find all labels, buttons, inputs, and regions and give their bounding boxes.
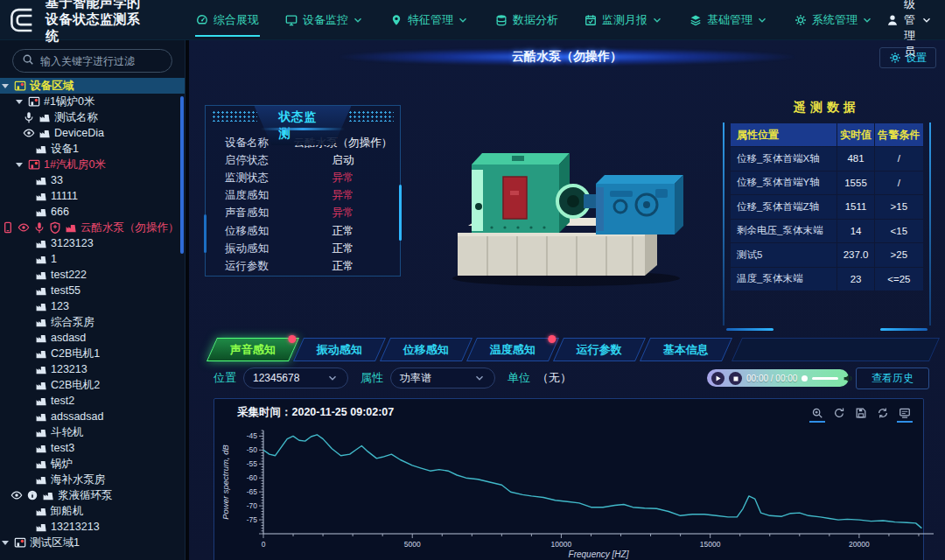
app-title: 基于智能声学的设备状态监测系统 (46, 0, 143, 45)
user-menu[interactable]: 超级管理员 (886, 0, 933, 60)
tree-item[interactable]: 33 (0, 172, 185, 188)
nav-item[interactable]: 基础管理 (676, 0, 781, 39)
tree-item[interactable]: 卸船机 (0, 503, 185, 519)
tree-item-label: 测试名称 (54, 110, 98, 125)
tree-item[interactable]: #1锅炉0米 (0, 94, 185, 109)
tree-item-label: 设备1 (51, 142, 79, 157)
tree-item[interactable]: C2B电机2 (0, 377, 185, 393)
refresh-tool-icon[interactable] (877, 407, 889, 419)
nav-item[interactable]: 设备监控 (272, 0, 377, 39)
tree-item-label: 锅炉 (51, 457, 73, 472)
tree-item[interactable]: 测试区域1 (0, 535, 185, 550)
tab-声音感知[interactable]: 声音感知 (206, 338, 299, 361)
eye-icon (10, 489, 23, 501)
tab-振动感知[interactable]: 振动感知 (293, 338, 386, 361)
tree-item[interactable]: 1 (0, 251, 185, 267)
chart-header: 采集时间：2020-11-25 09:02:07 (214, 399, 923, 420)
expander-icon[interactable] (2, 541, 9, 545)
stop-button[interactable] (729, 372, 742, 385)
attribute-select[interactable]: 功率谱 (390, 368, 495, 388)
nav-item[interactable]: 数据分析 (482, 0, 571, 39)
tab-位移感知[interactable]: 位移感知 (380, 338, 472, 361)
tree-item[interactable]: test2 (0, 393, 185, 409)
status-panel: 状态监测 设备名称云酷水泵（勿操作）启停状态启动监测状态异常温度感知异常声音感知… (205, 105, 401, 276)
tree-item[interactable]: 设备区域 (0, 78, 185, 94)
sidebar-scrollbar[interactable] (180, 96, 184, 254)
search-box[interactable] (12, 49, 172, 73)
table-cell: >15 (875, 195, 923, 219)
expander-icon[interactable] (16, 163, 23, 167)
factory-icon (35, 332, 47, 344)
expander-icon[interactable] (16, 100, 23, 104)
tree-item[interactable]: 13213213 (0, 519, 185, 535)
tree-item[interactable]: 设备1 (0, 141, 185, 157)
chevron-down-icon (473, 372, 486, 384)
pump-3d-view[interactable] (401, 80, 723, 332)
table-cell: 温度_泵体末端 (731, 268, 836, 291)
caret-icon (352, 14, 364, 26)
status-row: 监测状态异常 (206, 169, 400, 186)
tree-item[interactable]: test222 (0, 267, 185, 283)
factory-icon (35, 237, 47, 249)
telemetry-header: 实时值 (837, 123, 873, 146)
monitor-icon (285, 14, 298, 26)
tree-item[interactable]: 云酷水泵（勿操作） (0, 220, 185, 235)
tab-温度感知[interactable]: 温度感知 (466, 338, 559, 361)
nav-item[interactable]: 监测月报 (571, 0, 676, 39)
tab-运行参数[interactable]: 运行参数 (553, 338, 646, 361)
zoom-tool-icon[interactable] (811, 407, 823, 419)
volume-slider-handle[interactable] (802, 375, 808, 382)
save-tool-icon[interactable] (855, 407, 867, 419)
tree-item[interactable]: 海补水泵房 (0, 472, 185, 487)
volume-slider-track[interactable] (812, 377, 838, 380)
expander-icon[interactable] (2, 84, 9, 88)
nav-item-label: 综合展现 (214, 12, 259, 28)
mic-icon (33, 221, 46, 234)
nav-item[interactable]: 系统管理 (781, 0, 886, 39)
tree-item[interactable]: 锅炉 (0, 456, 185, 472)
tree-item[interactable]: 斗轮机 (0, 424, 185, 440)
location-select[interactable]: 12345678 (243, 368, 348, 388)
tree-item[interactable]: asdasd (0, 330, 185, 346)
nav-item[interactable]: 综合展现 (183, 0, 272, 39)
factory-icon (35, 284, 47, 297)
tree-item[interactable]: 123 (0, 298, 185, 314)
tree-item-label: C2B电机1 (51, 346, 100, 361)
layers-icon (690, 14, 702, 26)
tree-item[interactable]: 666 (0, 204, 185, 220)
tab-基本信息[interactable]: 基本信息 (640, 338, 732, 361)
search-input[interactable] (40, 55, 163, 67)
nav-item-label: 监测月报 (602, 12, 648, 28)
alarm-badge (288, 335, 296, 343)
speaker-icon[interactable] (843, 373, 854, 384)
tree-item[interactable]: adssadsad (0, 409, 185, 424)
table-cell: 237.0 (837, 243, 873, 267)
tree-item[interactable]: 综合泵房 (0, 314, 185, 330)
restore-tool-icon[interactable] (833, 407, 845, 419)
attribute-value: 功率谱 (400, 371, 431, 386)
tree-item[interactable]: 11111 (0, 188, 185, 204)
tree-item[interactable]: C2B电机1 (0, 346, 185, 361)
main-header: 云酷水泵（勿操作） 设置 (189, 40, 945, 74)
tree-item[interactable]: 浆液循环泵 (0, 487, 185, 503)
status-value: 异常 (286, 206, 400, 220)
tree-item[interactable]: test3 (0, 440, 185, 456)
tree-item[interactable]: 1#汽机房0米 (0, 157, 185, 172)
status-value: 异常 (286, 188, 400, 203)
dots-decoration (212, 110, 257, 122)
tree-item[interactable]: 123213 (0, 361, 185, 377)
controls-row: 位置 12345678 属性 功率谱 单位 （无） 00:00 / 00:00 (201, 361, 934, 391)
play-button[interactable] (711, 372, 724, 385)
nav-item[interactable]: 特征管理 (377, 0, 482, 39)
tree-item[interactable]: test55 (0, 283, 185, 298)
dataview-tool-icon[interactable] (899, 407, 911, 419)
spectrum-chart[interactable]: -45-50-55-60-65-70-750500010000150002000… (218, 424, 945, 560)
device-tree: 设备区域#1锅炉0米测试名称DeviceDia设备11#汽机房0米3311111… (0, 78, 185, 550)
factory-icon (35, 269, 47, 281)
user-icon (886, 14, 899, 26)
tree-item[interactable]: 测试名称 (0, 109, 185, 125)
tree-item[interactable]: 3123123 (0, 235, 185, 251)
tree-item[interactable]: DeviceDia (0, 125, 185, 141)
nav-item-label: 系统管理 (812, 12, 858, 28)
view-history-button[interactable]: 查看历史 (856, 368, 929, 389)
